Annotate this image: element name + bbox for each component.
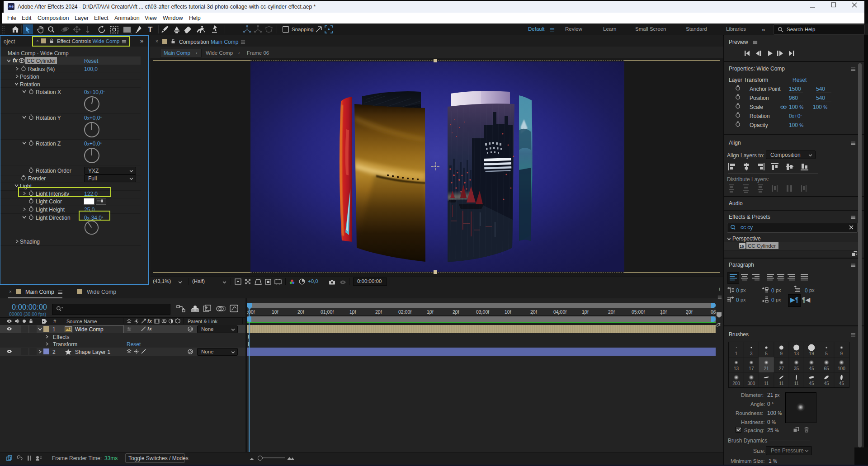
svg-text:200: 200 (732, 381, 740, 386)
svg-text:19: 19 (809, 351, 814, 356)
svg-text:5: 5 (765, 351, 768, 356)
svg-text:13: 13 (734, 366, 739, 371)
svg-text:5: 5 (825, 351, 828, 356)
svg-text:45: 45 (809, 366, 814, 371)
svg-text:45: 45 (809, 381, 814, 386)
svg-text:300: 300 (748, 381, 755, 386)
svg-text:11: 11 (764, 381, 769, 386)
svg-text:1: 1 (735, 351, 738, 356)
svg-text:13: 13 (794, 351, 799, 356)
svg-text:65: 65 (824, 366, 830, 371)
svg-text:11: 11 (779, 381, 784, 386)
svg-text:9: 9 (840, 351, 843, 356)
svg-text:9: 9 (780, 351, 783, 356)
svg-text:35: 35 (794, 366, 799, 371)
svg-text:11: 11 (794, 381, 799, 386)
svg-text:45: 45 (839, 381, 844, 386)
svg-text:27: 27 (779, 366, 784, 371)
svg-text:21: 21 (764, 366, 769, 371)
svg-text:17: 17 (749, 366, 754, 371)
svg-text:45: 45 (824, 381, 830, 386)
svg-text:100: 100 (838, 366, 845, 371)
svg-text:3: 3 (750, 351, 753, 356)
